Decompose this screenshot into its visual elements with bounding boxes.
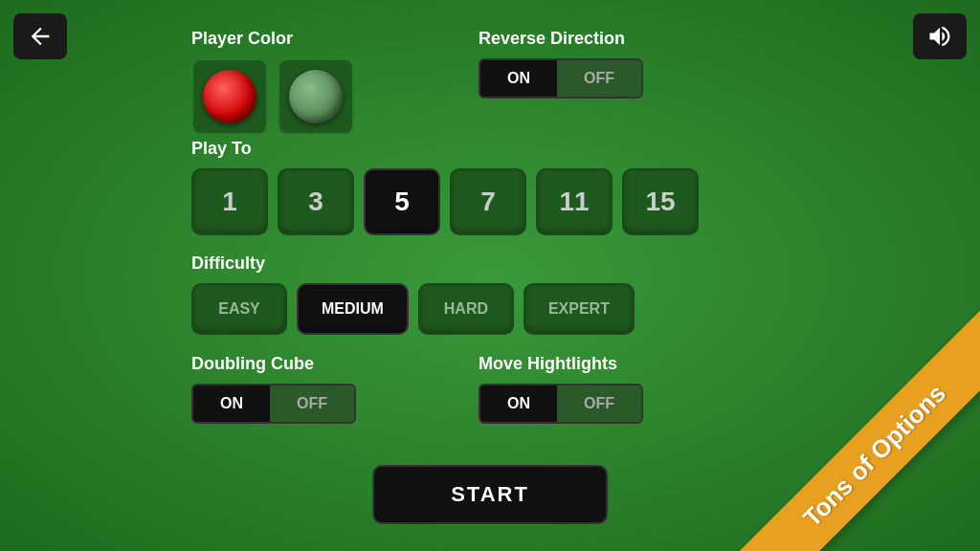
difficulty-expert-button[interactable]: EXPERT bbox=[523, 283, 635, 335]
play-to-row: 1 3 5 7 11 15 bbox=[191, 168, 699, 235]
doubling-cube-toggle: ON OFF bbox=[191, 384, 356, 424]
difficulty-row: EASY MEDIUM HARD EXPERT bbox=[191, 283, 635, 335]
highlights-off-button[interactable]: OFF bbox=[557, 386, 641, 422]
move-highlights-label: Move Hightlights bbox=[479, 354, 643, 374]
reverse-direction-label: Reverse Direction bbox=[479, 29, 643, 49]
sound-button[interactable] bbox=[913, 13, 967, 59]
play-to-7-button[interactable]: 7 bbox=[450, 168, 526, 235]
play-to-5-button[interactable]: 5 bbox=[364, 168, 440, 235]
reverse-direction-toggle: ON OFF bbox=[479, 58, 643, 99]
sound-icon bbox=[926, 23, 953, 50]
start-button[interactable]: START bbox=[372, 465, 608, 524]
reverse-off-button[interactable]: OFF bbox=[557, 60, 641, 97]
promo-banner: Tons of Options bbox=[722, 293, 980, 551]
play-to-1-button[interactable]: 1 bbox=[191, 168, 268, 235]
player-color-label: Player Color bbox=[191, 29, 354, 49]
highlights-on-button[interactable]: ON bbox=[480, 386, 557, 422]
move-highlights-section: Move Hightlights ON OFF bbox=[479, 354, 643, 424]
play-to-11-button[interactable]: 11 bbox=[536, 168, 612, 235]
back-icon bbox=[27, 23, 54, 50]
play-to-15-button[interactable]: 15 bbox=[622, 168, 699, 235]
color-red-button[interactable] bbox=[191, 58, 268, 135]
doubling-off-button[interactable]: OFF bbox=[270, 386, 354, 422]
color-green-button[interactable] bbox=[278, 58, 354, 135]
difficulty-medium-button[interactable]: MEDIUM bbox=[297, 283, 409, 335]
red-circle bbox=[203, 70, 256, 123]
doubling-on-button[interactable]: ON bbox=[193, 386, 270, 422]
doubling-cube-label: Doubling Cube bbox=[191, 354, 356, 374]
difficulty-section: Difficulty EASY MEDIUM HARD EXPERT bbox=[191, 253, 635, 335]
reverse-on-button[interactable]: ON bbox=[480, 60, 557, 97]
back-button[interactable] bbox=[13, 13, 67, 59]
banner-text: Tons of Options bbox=[722, 300, 980, 551]
difficulty-label: Difficulty bbox=[191, 253, 635, 274]
difficulty-easy-button[interactable]: EASY bbox=[191, 283, 287, 335]
player-color-section: Player Color bbox=[191, 29, 354, 135]
move-highlights-toggle: ON OFF bbox=[479, 384, 643, 424]
doubling-cube-section: Doubling Cube ON OFF bbox=[191, 354, 356, 424]
difficulty-hard-button[interactable]: HARD bbox=[418, 283, 514, 335]
green-circle bbox=[289, 70, 343, 123]
play-to-label: Play To bbox=[191, 139, 699, 159]
reverse-direction-section: Reverse Direction ON OFF bbox=[479, 29, 643, 99]
play-to-3-button[interactable]: 3 bbox=[278, 168, 354, 235]
player-color-row bbox=[191, 58, 354, 135]
play-to-section: Play To 1 3 5 7 11 15 bbox=[191, 139, 699, 235]
